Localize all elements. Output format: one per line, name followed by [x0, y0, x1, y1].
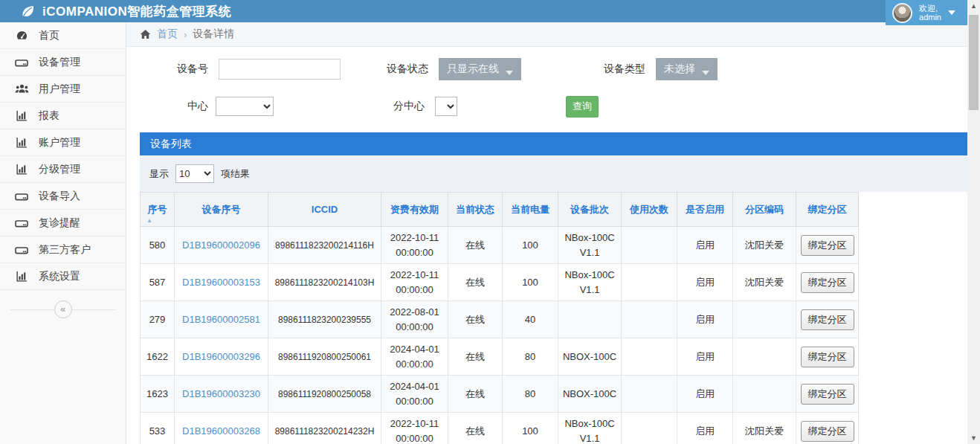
column-header[interactable]: 资费有效期 [381, 193, 448, 227]
cell-device-serial: D1B19600003230 [175, 376, 268, 413]
chevron-down-icon [506, 71, 513, 75]
sidebar-item-账户管理[interactable]: 账户管理 [0, 129, 126, 156]
column-header[interactable]: 当前电量 [503, 193, 558, 227]
cell-enabled: 启用 [677, 338, 733, 376]
chart-icon [14, 137, 29, 148]
page-size-select[interactable]: 10 [175, 164, 214, 183]
bind-partition-button[interactable]: 绑定分区 [801, 384, 854, 405]
sidebar-collapse-button[interactable]: « [54, 300, 72, 318]
cell-status: 在线 [448, 413, 503, 444]
device-status-dropdown[interactable]: 只显示在线 [439, 58, 521, 80]
panel-title: 设备列表 [140, 132, 967, 155]
sidebar-item-第三方客户[interactable]: 第三方客户 [0, 237, 126, 263]
app-title: iCOMPANION智能药盒管理系统 [42, 3, 231, 20]
sort-asc-icon: ▲ [146, 217, 152, 224]
sidebar-item-label: 首页 [39, 29, 59, 42]
cell-status: 在线 [448, 227, 503, 264]
column-header[interactable]: 绑定分区 [796, 193, 859, 227]
column-header[interactable]: 是否启用 [677, 193, 733, 227]
column-header[interactable]: 使用次数 [622, 193, 677, 227]
sidebar-item-系统设置[interactable]: 系统设置 [0, 263, 126, 290]
cell-device-serial: D1B19600003268 [175, 413, 268, 444]
device-no-input[interactable] [219, 59, 341, 80]
sidebar-item-分级管理[interactable]: 分级管理 [0, 156, 126, 183]
cell-status: 在线 [448, 376, 503, 413]
query-button[interactable]: 查询 [566, 96, 599, 118]
column-header[interactable]: 设备序号 [175, 193, 268, 227]
breadcrumb-current: 设备详情 [193, 28, 234, 41]
show-label: 显示 [149, 167, 169, 181]
cell-batch [558, 301, 622, 338]
scrollbar-thumb[interactable] [969, 15, 979, 110]
sidebar-item-设备管理[interactable]: 设备管理 [0, 49, 126, 76]
chevron-down-icon [948, 10, 955, 15]
cell-status: 在线 [448, 338, 503, 376]
home-icon [140, 29, 151, 39]
breadcrumb: 首页 › 设备详情 [126, 22, 980, 47]
bind-partition-button[interactable]: 绑定分区 [801, 235, 854, 256]
cell-enabled: 启用 [677, 413, 733, 444]
column-header[interactable]: 序号▲ [141, 193, 175, 227]
cell-battery: 40 [503, 301, 558, 338]
sidebar-menu: 首页设备管理用户管理报表账户管理分级管理设备导入复诊提醒第三方客户系统设置 [0, 22, 126, 290]
center-select[interactable] [216, 97, 274, 116]
scroll-down-icon[interactable]: ▼ [967, 432, 980, 444]
page-size-row: 显示 10 项结果 [140, 155, 967, 192]
user-menu[interactable]: 欢迎, admin [886, 0, 967, 25]
cell-batch: NBox-100C V1.1 [558, 413, 622, 444]
subcenter-select[interactable] [435, 97, 457, 116]
cell-bind-partition: 绑定分区 [796, 413, 859, 444]
device-type-dropdown[interactable]: 未选择 [656, 58, 718, 80]
device-serial-link[interactable]: D1B19600003153 [182, 277, 260, 288]
table-row: 533D1B196000032688986111823200214232H202… [141, 413, 859, 444]
cell-bind-partition: 绑定分区 [796, 301, 859, 338]
cell-enabled: 启用 [677, 264, 733, 301]
sidebar-item-用户管理[interactable]: 用户管理 [0, 76, 126, 103]
bind-partition-button[interactable]: 绑定分区 [801, 272, 854, 293]
breadcrumb-home-link[interactable]: 首页 [157, 28, 178, 41]
cell-partition-code [733, 338, 796, 376]
sidebar-item-复诊提醒[interactable]: 复诊提醒 [0, 210, 126, 237]
device-type-label: 设备类型 [521, 62, 645, 76]
user-avatar[interactable] [892, 3, 912, 23]
device-status-label: 设备状态 [341, 62, 428, 76]
cell-status: 在线 [448, 264, 503, 301]
cell-partition-code [733, 376, 796, 413]
cell-battery: 100 [503, 413, 558, 444]
cell-partition-code: 沈阳关爱 [733, 413, 796, 444]
sidebar-item-设备导入[interactable]: 设备导入 [0, 183, 126, 210]
bind-partition-button[interactable]: 绑定分区 [801, 421, 854, 442]
sidebar-item-报表[interactable]: 报表 [0, 103, 126, 129]
cell-serial-no: 1622 [141, 338, 175, 376]
table-row: 580D1B196000020968986111823200214116H202… [141, 227, 859, 264]
cell-batch: NBOX-100C [558, 376, 622, 413]
device-serial-link[interactable]: D1B19600003230 [182, 388, 260, 399]
cell-batch: NBox-100C V1.1 [558, 227, 622, 264]
cell-batch: NBox-100C V1.1 [558, 264, 622, 301]
sidebar-item-label: 分级管理 [39, 163, 80, 176]
cell-iccid: 8986111920800250061 [268, 338, 381, 376]
column-header[interactable]: 分区编码 [733, 193, 796, 227]
device-serial-link[interactable]: D1B19600003296 [182, 351, 260, 362]
column-header[interactable]: 设备批次 [558, 193, 622, 227]
device-serial-link[interactable]: D1B19600002581 [182, 314, 260, 325]
scroll-up-icon[interactable]: ▲ [967, 0, 980, 12]
cell-partition-code: 沈阳关爱 [733, 227, 796, 264]
device-serial-link[interactable]: D1B19600003268 [182, 425, 260, 437]
bind-partition-button[interactable]: 绑定分区 [801, 309, 854, 330]
device-table: 序号▲设备序号ICCID资费有效期当前状态当前电量设备批次使用次数是否启用分区编… [140, 192, 859, 444]
cell-battery: 80 [503, 338, 558, 376]
vertical-scrollbar[interactable]: ▲ ▼ [967, 0, 980, 444]
column-header[interactable]: 当前状态 [448, 193, 503, 227]
cell-bind-partition: 绑定分区 [796, 227, 859, 264]
cell-usage-count [622, 338, 677, 376]
cell-serial-no: 580 [141, 227, 175, 264]
welcome-text: 欢迎, admin [919, 4, 941, 22]
cell-enabled: 启用 [677, 376, 733, 413]
sidebar-item-label: 第三方客户 [39, 243, 91, 257]
sidebar-item-首页[interactable]: 首页 [0, 22, 126, 49]
device-serial-link[interactable]: D1B19600002096 [182, 239, 260, 251]
sidebar-item-label: 设备导入 [39, 190, 80, 203]
bind-partition-button[interactable]: 绑定分区 [801, 347, 854, 367]
column-header[interactable]: ICCID [268, 193, 381, 227]
